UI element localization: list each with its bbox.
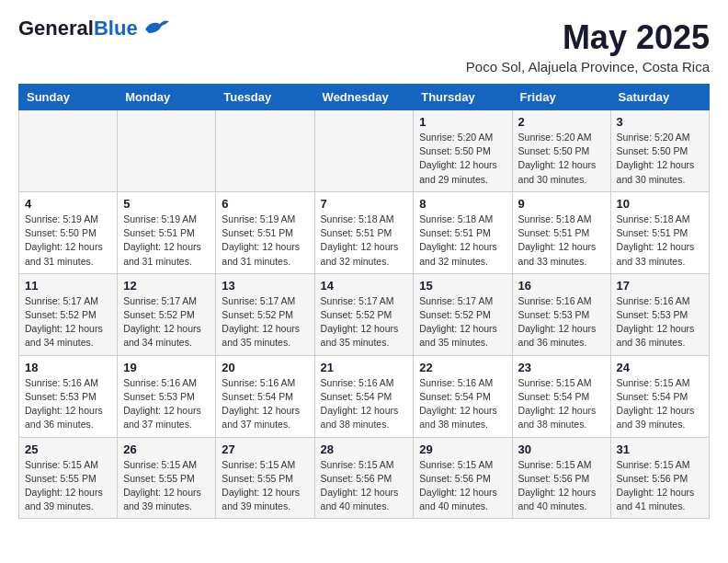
calendar-cell: 16Sunrise: 5:16 AM Sunset: 5:53 PM Dayli… bbox=[512, 273, 610, 355]
calendar-cell: 28Sunrise: 5:15 AM Sunset: 5:56 PM Dayli… bbox=[314, 437, 414, 519]
day-info: Sunrise: 5:16 AM Sunset: 5:53 PM Dayligh… bbox=[25, 376, 111, 432]
day-info: Sunrise: 5:17 AM Sunset: 5:52 PM Dayligh… bbox=[321, 294, 408, 350]
day-info: Sunrise: 5:18 AM Sunset: 5:51 PM Dayligh… bbox=[321, 213, 408, 269]
calendar-cell: 8Sunrise: 5:18 AM Sunset: 5:51 PM Daylig… bbox=[414, 191, 512, 273]
day-info: Sunrise: 5:15 AM Sunset: 5:56 PM Dayligh… bbox=[617, 458, 703, 514]
day-info: Sunrise: 5:15 AM Sunset: 5:56 PM Dayligh… bbox=[419, 458, 506, 514]
day-number: 12 bbox=[123, 279, 210, 293]
weekday-header-thursday: Thursday bbox=[414, 85, 512, 110]
day-number: 17 bbox=[617, 279, 703, 293]
day-number: 18 bbox=[25, 361, 111, 374]
weekday-header-saturday: Saturday bbox=[610, 85, 709, 110]
day-info: Sunrise: 5:16 AM Sunset: 5:54 PM Dayligh… bbox=[419, 376, 506, 432]
day-info: Sunrise: 5:18 AM Sunset: 5:51 PM Dayligh… bbox=[419, 213, 506, 269]
day-info: Sunrise: 5:20 AM Sunset: 5:50 PM Dayligh… bbox=[617, 131, 703, 187]
weekday-header-monday: Monday bbox=[118, 85, 216, 110]
calendar-cell: 21Sunrise: 5:16 AM Sunset: 5:54 PM Dayli… bbox=[314, 355, 414, 437]
calendar-cell: 1Sunrise: 5:20 AM Sunset: 5:50 PM Daylig… bbox=[414, 110, 512, 192]
day-number: 19 bbox=[123, 361, 210, 374]
day-number: 3 bbox=[617, 115, 703, 129]
day-info: Sunrise: 5:15 AM Sunset: 5:56 PM Dayligh… bbox=[321, 458, 408, 514]
day-number: 29 bbox=[419, 442, 506, 456]
day-info: Sunrise: 5:16 AM Sunset: 5:53 PM Dayligh… bbox=[123, 376, 210, 432]
calendar-cell: 17Sunrise: 5:16 AM Sunset: 5:53 PM Dayli… bbox=[610, 273, 709, 355]
calendar-cell bbox=[118, 110, 216, 192]
calendar-cell: 25Sunrise: 5:15 AM Sunset: 5:55 PM Dayli… bbox=[19, 437, 118, 519]
day-number: 31 bbox=[617, 442, 703, 456]
weekday-header-friday: Friday bbox=[512, 85, 610, 110]
day-number: 28 bbox=[321, 442, 408, 456]
calendar-week-row: 1Sunrise: 5:20 AM Sunset: 5:50 PM Daylig… bbox=[19, 110, 710, 192]
calendar-cell bbox=[216, 110, 314, 192]
calendar-cell: 19Sunrise: 5:16 AM Sunset: 5:53 PM Dayli… bbox=[118, 355, 216, 437]
day-number: 2 bbox=[518, 115, 605, 129]
calendar-cell: 5Sunrise: 5:19 AM Sunset: 5:51 PM Daylig… bbox=[118, 191, 216, 273]
calendar-cell: 10Sunrise: 5:18 AM Sunset: 5:51 PM Dayli… bbox=[610, 191, 709, 273]
weekday-header-tuesday: Tuesday bbox=[216, 85, 314, 110]
day-number: 20 bbox=[222, 361, 308, 374]
day-number: 1 bbox=[419, 115, 506, 129]
day-number: 6 bbox=[222, 197, 308, 211]
calendar-cell: 23Sunrise: 5:15 AM Sunset: 5:54 PM Dayli… bbox=[512, 355, 610, 437]
calendar-cell: 15Sunrise: 5:17 AM Sunset: 5:52 PM Dayli… bbox=[414, 273, 512, 355]
day-number: 27 bbox=[222, 442, 308, 456]
day-number: 26 bbox=[123, 442, 210, 456]
day-number: 21 bbox=[321, 361, 408, 374]
calendar-header-row: SundayMondayTuesdayWednesdayThursdayFrid… bbox=[19, 85, 710, 110]
day-info: Sunrise: 5:16 AM Sunset: 5:54 PM Dayligh… bbox=[222, 376, 308, 432]
weekday-header-sunday: Sunday bbox=[19, 85, 118, 110]
calendar-cell: 29Sunrise: 5:15 AM Sunset: 5:56 PM Dayli… bbox=[414, 437, 512, 519]
calendar-cell: 26Sunrise: 5:15 AM Sunset: 5:55 PM Dayli… bbox=[118, 437, 216, 519]
logo-text-blue: Blue bbox=[94, 17, 138, 40]
calendar-cell: 20Sunrise: 5:16 AM Sunset: 5:54 PM Dayli… bbox=[216, 355, 314, 437]
weekday-header-wednesday: Wednesday bbox=[314, 85, 414, 110]
calendar-cell: 27Sunrise: 5:15 AM Sunset: 5:55 PM Dayli… bbox=[216, 437, 314, 519]
day-info: Sunrise: 5:15 AM Sunset: 5:54 PM Dayligh… bbox=[617, 376, 703, 432]
day-number: 8 bbox=[419, 197, 506, 211]
day-info: Sunrise: 5:17 AM Sunset: 5:52 PM Dayligh… bbox=[222, 294, 308, 350]
calendar-subtitle: Poco Sol, Alajuela Province, Costa Rica bbox=[466, 59, 710, 75]
day-number: 25 bbox=[25, 442, 111, 456]
calendar-cell: 30Sunrise: 5:15 AM Sunset: 5:56 PM Dayli… bbox=[512, 437, 610, 519]
day-number: 22 bbox=[419, 361, 506, 374]
calendar-cell bbox=[314, 110, 414, 192]
day-info: Sunrise: 5:17 AM Sunset: 5:52 PM Dayligh… bbox=[123, 294, 210, 350]
day-info: Sunrise: 5:20 AM Sunset: 5:50 PM Dayligh… bbox=[518, 131, 605, 187]
day-number: 14 bbox=[321, 279, 408, 293]
calendar-cell: 31Sunrise: 5:15 AM Sunset: 5:56 PM Dayli… bbox=[610, 437, 709, 519]
calendar-cell: 4Sunrise: 5:19 AM Sunset: 5:50 PM Daylig… bbox=[19, 191, 118, 273]
calendar-table: SundayMondayTuesdayWednesdayThursdayFrid… bbox=[18, 84, 710, 519]
calendar-week-row: 4Sunrise: 5:19 AM Sunset: 5:50 PM Daylig… bbox=[19, 191, 710, 273]
day-number: 30 bbox=[518, 442, 605, 456]
calendar-cell: 18Sunrise: 5:16 AM Sunset: 5:53 PM Dayli… bbox=[19, 355, 118, 437]
day-info: Sunrise: 5:15 AM Sunset: 5:54 PM Dayligh… bbox=[518, 376, 605, 432]
day-info: Sunrise: 5:17 AM Sunset: 5:52 PM Dayligh… bbox=[25, 294, 111, 350]
logo: GeneralBlue bbox=[18, 18, 171, 39]
calendar-cell: 14Sunrise: 5:17 AM Sunset: 5:52 PM Dayli… bbox=[314, 273, 414, 355]
calendar-cell: 7Sunrise: 5:18 AM Sunset: 5:51 PM Daylig… bbox=[314, 191, 414, 273]
day-info: Sunrise: 5:18 AM Sunset: 5:51 PM Dayligh… bbox=[518, 213, 605, 269]
calendar-cell: 24Sunrise: 5:15 AM Sunset: 5:54 PM Dayli… bbox=[610, 355, 709, 437]
logo-bird-icon bbox=[142, 17, 171, 37]
calendar-week-row: 25Sunrise: 5:15 AM Sunset: 5:55 PM Dayli… bbox=[19, 437, 710, 519]
calendar-cell: 2Sunrise: 5:20 AM Sunset: 5:50 PM Daylig… bbox=[512, 110, 610, 192]
calendar-week-row: 11Sunrise: 5:17 AM Sunset: 5:52 PM Dayli… bbox=[19, 273, 710, 355]
title-area: May 2025 Poco Sol, Alajuela Province, Co… bbox=[466, 18, 710, 75]
day-number: 16 bbox=[518, 279, 605, 293]
calendar-cell: 12Sunrise: 5:17 AM Sunset: 5:52 PM Dayli… bbox=[118, 273, 216, 355]
day-number: 10 bbox=[617, 197, 703, 211]
page-header: GeneralBlue May 2025 Poco Sol, Alajuela … bbox=[18, 18, 710, 75]
calendar-cell bbox=[19, 110, 118, 192]
calendar-title: May 2025 bbox=[466, 18, 710, 57]
calendar-cell: 9Sunrise: 5:18 AM Sunset: 5:51 PM Daylig… bbox=[512, 191, 610, 273]
logo-text-general: General bbox=[18, 17, 94, 40]
calendar-cell: 13Sunrise: 5:17 AM Sunset: 5:52 PM Dayli… bbox=[216, 273, 314, 355]
day-info: Sunrise: 5:20 AM Sunset: 5:50 PM Dayligh… bbox=[419, 131, 506, 187]
calendar-week-row: 18Sunrise: 5:16 AM Sunset: 5:53 PM Dayli… bbox=[19, 355, 710, 437]
day-info: Sunrise: 5:19 AM Sunset: 5:51 PM Dayligh… bbox=[222, 213, 308, 269]
day-number: 23 bbox=[518, 361, 605, 374]
day-number: 9 bbox=[518, 197, 605, 211]
day-info: Sunrise: 5:17 AM Sunset: 5:52 PM Dayligh… bbox=[419, 294, 506, 350]
day-info: Sunrise: 5:15 AM Sunset: 5:55 PM Dayligh… bbox=[222, 458, 308, 514]
day-info: Sunrise: 5:15 AM Sunset: 5:55 PM Dayligh… bbox=[25, 458, 111, 514]
